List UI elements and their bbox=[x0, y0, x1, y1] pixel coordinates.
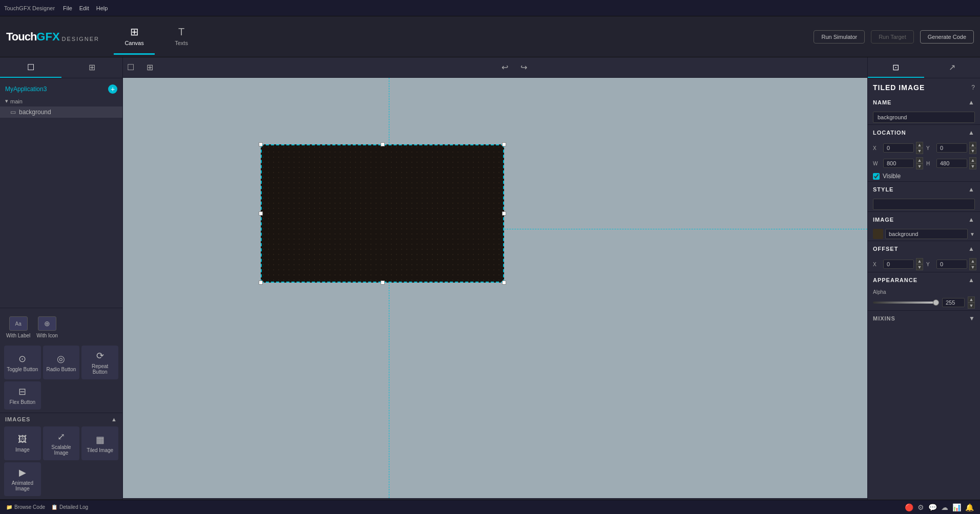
tree-item-background[interactable]: ▭ background bbox=[0, 106, 122, 118]
alpha-down[interactable]: ▼ bbox=[968, 303, 975, 309]
add-screen-button[interactable]: + bbox=[108, 84, 117, 94]
mixins-section[interactable]: MIXINS ▼ bbox=[868, 311, 980, 326]
appearance-section-header[interactable]: APPEARANCE ▲ bbox=[868, 272, 980, 288]
handle-top-mid[interactable] bbox=[381, 142, 385, 146]
right-tab-properties[interactable]: ⊡ bbox=[868, 57, 924, 78]
offset-x-input[interactable] bbox=[883, 260, 914, 269]
location-w-stepper: ▲ ▼ bbox=[916, 157, 923, 169]
widget-tiled-image[interactable]: ▦ Tiled Image bbox=[81, 426, 118, 460]
location-h-up[interactable]: ▲ bbox=[969, 157, 976, 163]
handle-mid-right[interactable] bbox=[502, 211, 506, 216]
handle-bot-mid[interactable] bbox=[381, 281, 385, 285]
offset-y-down[interactable]: ▼ bbox=[969, 264, 976, 270]
appearance-collapse-icon: ▲ bbox=[968, 276, 975, 284]
prop-section-appearance: APPEARANCE ▲ Alpha ▲ ▼ bbox=[868, 272, 980, 311]
name-input[interactable] bbox=[873, 112, 975, 123]
handle-top-left[interactable] bbox=[259, 142, 263, 146]
name-section-header[interactable]: NAME ▲ bbox=[868, 95, 980, 110]
location-section-header[interactable]: LOCATION ▲ bbox=[868, 125, 980, 140]
offset-x-up[interactable]: ▲ bbox=[916, 258, 923, 264]
logo-designer: DESIGNER bbox=[62, 36, 99, 42]
widget-image[interactable]: 🖼 Image bbox=[4, 426, 41, 460]
location-y-down[interactable]: ▼ bbox=[969, 148, 976, 154]
alpha-up[interactable]: ▲ bbox=[968, 296, 975, 303]
location-y-input[interactable] bbox=[936, 143, 967, 153]
screen-layout-button[interactable]: ⊞ bbox=[142, 60, 157, 74]
bottom-bar: 📁 Browse Code 📋 Detailed Log 🔴 ⚙ 💬 ☁ 📊 🔔 bbox=[0, 500, 980, 514]
widget-scalable-image[interactable]: ⤢ Scalable Image bbox=[43, 426, 80, 460]
help-icon[interactable]: ? bbox=[971, 84, 975, 91]
handle-mid-left[interactable] bbox=[259, 211, 263, 216]
menu-file[interactable]: File bbox=[63, 5, 72, 11]
image-select[interactable]: background bbox=[885, 229, 968, 239]
location-x-up[interactable]: ▲ bbox=[916, 142, 923, 148]
header: TouchGFX DESIGNER ⊞ Canvas T Texts Run S… bbox=[0, 16, 980, 57]
offset-y-up[interactable]: ▲ bbox=[969, 258, 976, 264]
widget-animated-image[interactable]: ▶ Animated Image bbox=[4, 462, 41, 496]
widget-flex-button[interactable]: ⊟ Flex Button bbox=[4, 381, 41, 410]
image-section-header[interactable]: IMAGE ▲ bbox=[868, 212, 980, 227]
left-tab-widgets[interactable]: ☐ bbox=[0, 57, 61, 78]
right-panel-tabs: ⊡ ↗ bbox=[868, 57, 980, 78]
run-simulator-button[interactable]: Run Simulator bbox=[814, 30, 865, 44]
location-h-down[interactable]: ▼ bbox=[969, 163, 976, 169]
main-layout: ☐ ⊞ MyApplication3 + ▾ main ▭ background… bbox=[0, 57, 980, 514]
location-h-input[interactable] bbox=[936, 159, 967, 168]
tree-group-main[interactable]: ▾ main bbox=[0, 96, 122, 106]
widget-toggle-button[interactable]: ⊙ Toggle Button bbox=[4, 346, 41, 379]
alpha-label: Alpha bbox=[873, 289, 975, 296]
style-section-header[interactable]: STYLE ▲ bbox=[868, 182, 980, 197]
style-select[interactable] bbox=[873, 199, 975, 210]
status-icon-6: 🔔 bbox=[965, 503, 974, 511]
right-tab-interactions[interactable]: ↗ bbox=[924, 57, 981, 78]
menu-help[interactable]: Help bbox=[96, 5, 108, 11]
image-preview bbox=[873, 229, 883, 239]
widget-radio-button[interactable]: ◎ Radio Button bbox=[43, 346, 80, 379]
tab-canvas[interactable]: ⊞ Canvas bbox=[114, 19, 155, 55]
undo-button[interactable]: ↩ bbox=[497, 60, 512, 74]
texts-tab-label: Texts bbox=[175, 40, 188, 46]
alpha-slider[interactable] bbox=[873, 302, 939, 304]
location-y-up[interactable]: ▲ bbox=[969, 142, 976, 148]
visible-checkbox[interactable] bbox=[873, 173, 880, 180]
left-tab-assets[interactable]: ⊞ bbox=[61, 57, 123, 78]
handle-top-right[interactable] bbox=[502, 142, 506, 146]
image-select-row: background ▼ bbox=[868, 227, 980, 241]
location-x-down[interactable]: ▼ bbox=[916, 148, 923, 154]
browse-code-button[interactable]: 📁 Browse Code bbox=[6, 504, 45, 510]
redo-button[interactable]: ↪ bbox=[516, 60, 531, 74]
widget-with-icon[interactable]: ⊕ With Icon bbox=[34, 312, 60, 342]
status-icon-4: ☁ bbox=[941, 503, 948, 511]
generate-code-button[interactable]: Generate Code bbox=[920, 30, 974, 44]
name-input-row bbox=[868, 110, 980, 124]
canvas-tab-icon: ⊞ bbox=[130, 26, 139, 38]
run-target-button[interactable]: Run Target bbox=[871, 30, 914, 44]
location-w-up[interactable]: ▲ bbox=[916, 157, 923, 163]
handle-bot-right[interactable] bbox=[502, 281, 506, 285]
tab-texts[interactable]: T Texts bbox=[161, 19, 202, 55]
mixins-label: MIXINS bbox=[873, 315, 966, 322]
status-icon-3: 💬 bbox=[928, 503, 937, 511]
canvas-element-background[interactable] bbox=[261, 144, 504, 283]
location-w-down[interactable]: ▼ bbox=[916, 163, 923, 169]
location-w-input[interactable] bbox=[883, 159, 914, 168]
widget-with-label[interactable]: Aa With Label bbox=[4, 312, 32, 342]
alpha-value-input[interactable] bbox=[942, 298, 965, 307]
canvas-viewport[interactable] bbox=[123, 78, 867, 498]
alpha-row: Alpha ▲ ▼ bbox=[868, 288, 980, 310]
offset-x-down[interactable]: ▼ bbox=[916, 264, 923, 270]
menu-edit[interactable]: Edit bbox=[79, 5, 89, 11]
images-grid: 🖼 Image ⤢ Scalable Image ▦ Tiled Image ▶… bbox=[0, 424, 122, 498]
handle-bot-left[interactable] bbox=[259, 281, 263, 285]
screen-tool-button[interactable]: ☐ bbox=[123, 60, 138, 74]
offset-y-input[interactable] bbox=[936, 260, 967, 269]
widget-repeat-button[interactable]: ⟳ Repeat Button bbox=[81, 346, 118, 379]
location-x-input[interactable] bbox=[883, 143, 914, 153]
visible-label: Visible bbox=[883, 173, 901, 180]
canvas-area: ☐ ⊞ ↩ ↪ bbox=[123, 57, 867, 514]
canvas-tab-label: Canvas bbox=[124, 40, 143, 46]
offset-section-header[interactable]: OFFSET ▲ bbox=[868, 241, 980, 256]
detailed-log-button[interactable]: 📋 Detailed Log bbox=[51, 504, 88, 510]
tiled-image-element[interactable] bbox=[261, 144, 504, 283]
topbar: TouchGFX Designer File Edit Help bbox=[0, 0, 980, 16]
